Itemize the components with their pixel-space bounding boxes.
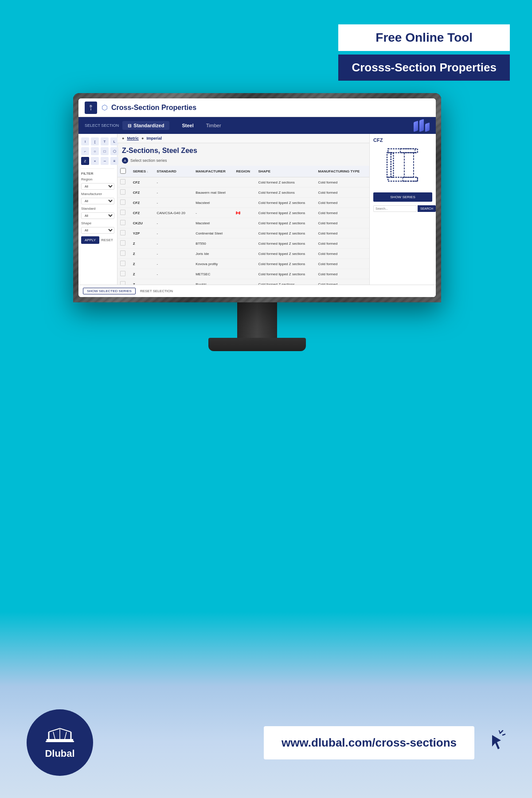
filter-region-select[interactable]: All xyxy=(81,183,114,190)
row-standard-8: - xyxy=(154,259,193,269)
sidebar-icon-wave[interactable]: ∼ xyxy=(101,157,109,165)
sidebar-icon-l2[interactable]: ⌐ xyxy=(81,147,89,155)
right-panel-title: CFZ xyxy=(373,137,432,143)
select-all-checkbox[interactable] xyxy=(120,168,126,174)
row-checkbox-3[interactable] xyxy=(120,210,125,215)
th-mfg-type[interactable]: MANUFACTURING TYPE xyxy=(316,166,369,177)
app-main: ● Metric ● Imperial Z-Sections, Steel Ze… xyxy=(117,134,369,285)
3d-bar-1 xyxy=(414,121,418,132)
imperial-button[interactable]: Imperial xyxy=(146,136,162,141)
row-series-6[interactable]: Z xyxy=(130,239,154,249)
unit-toggle: ● Metric ● Imperial xyxy=(117,134,369,143)
nav-tab-timber[interactable]: Timber xyxy=(200,121,227,130)
row-checkbox-2[interactable] xyxy=(120,200,125,205)
row-series-5[interactable]: YZP xyxy=(130,228,154,239)
sidebar-icon-i[interactable]: I xyxy=(81,137,89,145)
filter-shape-select[interactable]: All xyxy=(81,227,114,234)
row-manufacturer-9: METSEC xyxy=(193,269,233,279)
filter-region-group: Region All xyxy=(81,177,114,190)
row-series-1[interactable]: CFZ xyxy=(130,188,154,198)
filter-standard-label: Standard xyxy=(81,207,114,211)
svg-line-13 xyxy=(500,731,503,733)
th-standard[interactable]: STANDARD xyxy=(154,166,193,177)
search-input[interactable] xyxy=(373,205,417,212)
nav-select-label: SELECT SECTION xyxy=(85,123,119,128)
footer: Dlubal www.dlubal.com/cross-sections xyxy=(0,696,532,789)
row-checkbox-5[interactable] xyxy=(120,230,125,235)
sort-icon: ↓ xyxy=(147,170,149,173)
search-button[interactable]: SEARCH xyxy=(418,205,436,212)
bullet-metric: ● xyxy=(122,136,124,141)
sidebar-icon-c[interactable]: [ xyxy=(91,137,99,145)
row-checkbox-0[interactable] xyxy=(120,179,125,184)
cursor-icon xyxy=(483,730,505,756)
apply-button[interactable]: APPLY xyxy=(81,236,99,244)
sidebar-icon-x[interactable]: × xyxy=(91,157,99,165)
filter-manufacturer-select[interactable]: All xyxy=(81,198,114,204)
row-standard-2: - xyxy=(154,198,193,208)
3d-icon-group xyxy=(414,120,430,131)
row-standard-5: - xyxy=(154,228,193,239)
row-mfg-8: Cold formed xyxy=(316,259,369,269)
row-checkbox-7[interactable] xyxy=(120,250,125,256)
table-row: Z - METSEC Cold formed lipped Z sections… xyxy=(117,269,369,279)
row-region-1 xyxy=(233,188,255,198)
row-standard-1: - xyxy=(154,188,193,198)
filter-standard-select[interactable]: All xyxy=(81,212,114,219)
show-selected-button[interactable]: SHOW SELECTED SERIES xyxy=(83,288,136,294)
filter-region-label: Region xyxy=(81,177,114,181)
row-checkbox-4[interactable] xyxy=(120,220,125,225)
row-series-9[interactable]: Z xyxy=(130,269,154,279)
row-manufacturer-7: Joris Ide xyxy=(193,249,233,259)
metric-button[interactable]: Metric xyxy=(127,136,139,141)
nav-standardized[interactable]: ⊟ Standardized xyxy=(122,121,169,130)
th-series[interactable]: SERIES ↓ xyxy=(130,166,154,177)
th-manufacturer[interactable]: MANUFACTURER xyxy=(193,166,233,177)
row-shape-10: Cold formed Z sections xyxy=(255,279,315,285)
reset-button[interactable]: RESET xyxy=(101,238,113,242)
row-shape-9: Cold formed lipped Z sections xyxy=(255,269,315,279)
row-series-0[interactable]: CFZ xyxy=(130,177,154,188)
th-checkbox xyxy=(117,166,130,177)
filter-label: FILTER xyxy=(81,172,114,176)
row-mfg-9: Cold formed xyxy=(316,269,369,279)
right-panel: CFZ SHOW SERIES xyxy=(369,134,436,285)
monitor-frame: Dl ⬡ Cross-Section Properties SELECT SEC… xyxy=(73,93,441,302)
row-series-8[interactable]: Z xyxy=(130,259,154,269)
row-series-4[interactable]: CKZU xyxy=(130,218,154,228)
row-series-10[interactable]: Z xyxy=(130,279,154,285)
row-mfg-3: Cold formed xyxy=(316,208,369,218)
sidebar-icon-t[interactable]: T xyxy=(101,137,109,145)
row-series-3[interactable]: CFZ xyxy=(130,208,154,218)
row-standard-10: - xyxy=(154,279,193,285)
reset-selection-button[interactable]: RESET SELECTION xyxy=(140,289,173,293)
row-checkbox-6[interactable] xyxy=(120,240,125,246)
row-checkbox-1[interactable] xyxy=(120,189,125,195)
row-manufacturer-4: Macsteel xyxy=(193,218,233,228)
sidebar-icon-square[interactable]: □ xyxy=(101,147,109,155)
svg-line-15 xyxy=(499,731,500,733)
svg-line-14 xyxy=(503,734,505,735)
th-region[interactable]: REGION xyxy=(233,166,255,177)
row-checkbox-9[interactable] xyxy=(120,271,125,276)
filter-shape-group: Shape All xyxy=(81,221,114,234)
row-shape-6: Cold formed lipped Z sections xyxy=(255,239,315,249)
row-checkbox-10[interactable] xyxy=(120,281,125,285)
sidebar-icon-circle[interactable]: ○ xyxy=(91,147,99,155)
row-series-2[interactable]: CFZ xyxy=(130,198,154,208)
cursor-svg xyxy=(483,730,505,752)
th-shape[interactable]: SHAPE xyxy=(255,166,315,177)
row-series-7[interactable]: Z xyxy=(130,249,154,259)
row-checkbox-8[interactable] xyxy=(120,261,125,266)
show-series-button[interactable]: SHOW SERIES xyxy=(373,192,432,202)
table-row: CFZ - Bauwern mat Steel Cold formed Z se… xyxy=(117,188,369,198)
row-standard-6: - xyxy=(154,239,193,249)
row-standard-9: - xyxy=(154,269,193,279)
table-row: CKZU - Macsteel Cold formed lipped Z sec… xyxy=(117,218,369,228)
nav-tab-steel[interactable]: Steel xyxy=(176,121,200,130)
svg-rect-1 xyxy=(387,153,391,177)
row-shape-7: Cold formed lipped Z sections xyxy=(255,249,315,259)
sidebar-icon-z[interactable]: Z xyxy=(81,157,89,165)
bridge-icon xyxy=(44,726,75,748)
select-series-label: A Select section series xyxy=(117,156,369,166)
